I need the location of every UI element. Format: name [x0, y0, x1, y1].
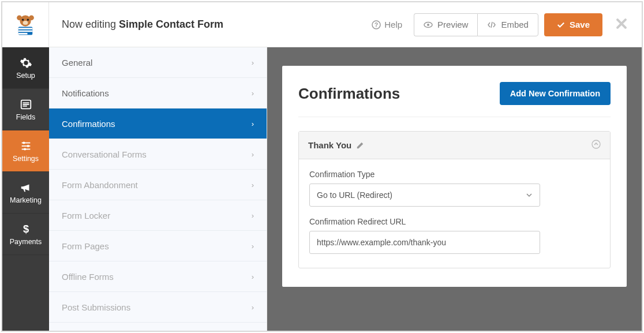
svg-point-23	[24, 148, 26, 150]
svg-point-2	[29, 15, 34, 20]
check-icon	[557, 21, 565, 29]
chevron-right-icon: ›	[252, 119, 254, 128]
submenu-item-offline-forms[interactable]: Offline Forms›	[49, 261, 267, 292]
editing-label: Now editing Simple Contact Form	[49, 18, 223, 31]
svg-point-1	[17, 15, 22, 20]
submenu-item-notifications[interactable]: Notifications›	[49, 78, 267, 108]
dollar-icon: $	[20, 223, 32, 235]
nav-label: Marketing	[10, 196, 42, 204]
help-label: Help	[384, 20, 402, 29]
nav-item-payments[interactable]: $ Payments	[2, 214, 49, 255]
chevron-right-icon: ›	[252, 58, 254, 67]
chevron-right-icon: ›	[252, 272, 254, 281]
nav-item-settings[interactable]: Settings	[2, 130, 49, 172]
nav-label: Settings	[13, 155, 39, 163]
card-title: Confirmations	[298, 85, 400, 103]
svg-rect-8	[18, 30, 33, 32]
editing-prefix: Now editing	[62, 18, 116, 30]
chevron-right-icon: ›	[252, 303, 254, 312]
select-value: Go to URL (Redirect)	[317, 190, 392, 200]
help-link[interactable]: ? Help	[372, 20, 402, 29]
chevron-down-icon	[526, 192, 533, 199]
form-name[interactable]: Simple Contact Form	[119, 18, 223, 30]
svg-rect-9	[18, 33, 28, 35]
settings-submenu: General› Notifications› Confirmations› C…	[49, 47, 267, 331]
svg-text:?: ?	[375, 22, 378, 28]
add-new-confirmation-button[interactable]: Add New Confirmation	[500, 82, 611, 105]
svg-point-3	[22, 18, 24, 21]
svg-point-5	[23, 21, 28, 25]
nav-item-fields[interactable]: Fields	[2, 89, 49, 130]
confirmation-type-label: Confirmation Type	[309, 170, 600, 179]
confirmation-type-select[interactable]: Go to URL (Redirect)	[309, 184, 540, 207]
sliders-icon	[20, 140, 32, 152]
help-icon: ?	[372, 20, 381, 29]
topbar: Now editing Simple Contact Form ? Help P…	[2, 2, 642, 47]
megaphone-icon	[20, 181, 32, 194]
save-button[interactable]: Save	[544, 13, 602, 36]
app-logo[interactable]	[2, 2, 49, 47]
content-area: Confirmations Add New Confirmation Thank…	[267, 47, 642, 331]
save-label: Save	[570, 20, 590, 29]
preview-label: Preview	[437, 20, 468, 29]
submenu-item-post-submissions[interactable]: Post Submissions›	[49, 292, 267, 323]
chevron-right-icon: ›	[252, 150, 254, 159]
panel-header[interactable]: Thank You	[299, 132, 610, 159]
svg-point-22	[27, 144, 29, 147]
confirmations-card: Confirmations Add New Confirmation Thank…	[282, 66, 627, 287]
redirect-url-label: Confirmation Redirect URL	[309, 217, 600, 226]
submenu-item-conversational-forms[interactable]: Conversational Forms›	[49, 139, 267, 170]
list-icon	[20, 98, 32, 111]
submenu-item-form-abandonment[interactable]: Form Abandonment›	[49, 170, 267, 200]
panel-name: Thank You	[308, 140, 351, 150]
chevron-right-icon: ›	[252, 89, 254, 98]
redirect-url-input[interactable]	[309, 231, 540, 254]
code-icon	[487, 20, 496, 29]
embed-button[interactable]: Embed	[477, 13, 538, 36]
submenu-item-form-locker[interactable]: Form Locker›	[49, 200, 267, 231]
nav-label: Fields	[16, 113, 35, 121]
chevron-up-icon[interactable]	[591, 140, 601, 151]
submenu-item-general[interactable]: General›	[49, 47, 267, 78]
chevron-right-icon: ›	[252, 242, 254, 250]
close-icon[interactable]	[615, 16, 628, 34]
chevron-right-icon: ›	[252, 211, 254, 220]
left-nav: Setup Fields Settings Marketing $ Paymen…	[2, 47, 49, 331]
submenu-item-form-pages[interactable]: Form Pages›	[49, 231, 267, 261]
svg-point-13	[427, 24, 429, 26]
svg-point-25	[592, 140, 600, 148]
svg-text:$: $	[23, 223, 28, 235]
svg-point-21	[23, 141, 25, 144]
pencil-icon[interactable]	[356, 141, 364, 149]
gear-icon	[20, 57, 32, 69]
nav-item-setup[interactable]: Setup	[2, 47, 49, 89]
svg-point-4	[27, 18, 29, 21]
embed-label: Embed	[501, 20, 529, 29]
svg-rect-7	[18, 28, 33, 29]
nav-item-marketing[interactable]: Marketing	[2, 172, 49, 214]
chevron-right-icon: ›	[252, 181, 254, 189]
submenu-item-confirmations[interactable]: Confirmations›	[49, 108, 267, 139]
nav-label: Payments	[10, 238, 42, 246]
nav-label: Setup	[16, 72, 35, 80]
preview-button[interactable]: Preview	[414, 13, 477, 36]
eye-icon	[424, 20, 433, 29]
confirmation-panel: Thank You Confirmation Type Go to URL (R…	[298, 131, 611, 268]
